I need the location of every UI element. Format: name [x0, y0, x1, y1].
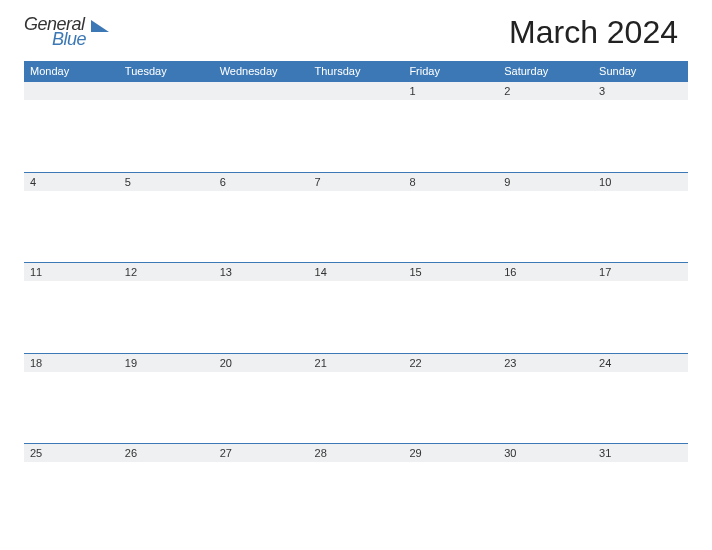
spacer-row — [24, 100, 688, 172]
day-cell: 29 — [403, 444, 498, 463]
day-header: Tuesday — [119, 61, 214, 82]
day-cell: 2 — [498, 82, 593, 101]
day-cell: 18 — [24, 353, 119, 372]
day-header: Thursday — [309, 61, 404, 82]
day-cell: 17 — [593, 263, 688, 282]
table-row: 11 12 13 14 15 16 17 — [24, 263, 688, 282]
day-cell: 9 — [498, 172, 593, 191]
day-header: Saturday — [498, 61, 593, 82]
day-cell: 15 — [403, 263, 498, 282]
day-header: Wednesday — [214, 61, 309, 82]
day-cell: 31 — [593, 444, 688, 463]
day-cell — [24, 82, 119, 101]
logo-triangle-icon — [91, 20, 109, 32]
day-cell: 5 — [119, 172, 214, 191]
day-cell: 30 — [498, 444, 593, 463]
logo-text-blue: Blue — [52, 29, 86, 50]
table-row: 4 5 6 7 8 9 10 — [24, 172, 688, 191]
day-cell: 10 — [593, 172, 688, 191]
day-cell: 11 — [24, 263, 119, 282]
table-row: 25 26 27 28 29 30 31 — [24, 444, 688, 463]
day-cell: 23 — [498, 353, 593, 372]
day-cell: 8 — [403, 172, 498, 191]
spacer-row — [24, 281, 688, 353]
header: General Blue March 2024 — [24, 14, 688, 51]
day-cell: 19 — [119, 353, 214, 372]
day-cell: 28 — [309, 444, 404, 463]
day-cell: 4 — [24, 172, 119, 191]
day-cell: 24 — [593, 353, 688, 372]
logo: General Blue — [24, 14, 109, 50]
day-header: Friday — [403, 61, 498, 82]
day-header: Monday — [24, 61, 119, 82]
day-cell: 25 — [24, 444, 119, 463]
day-header: Sunday — [593, 61, 688, 82]
calendar-table: Monday Tuesday Wednesday Thursday Friday… — [24, 61, 688, 534]
day-cell: 20 — [214, 353, 309, 372]
day-cell: 16 — [498, 263, 593, 282]
day-cell: 26 — [119, 444, 214, 463]
page-title: March 2024 — [509, 14, 688, 51]
day-cell — [309, 82, 404, 101]
day-cell: 21 — [309, 353, 404, 372]
day-header-row: Monday Tuesday Wednesday Thursday Friday… — [24, 61, 688, 82]
spacer-row — [24, 462, 688, 534]
day-cell: 14 — [309, 263, 404, 282]
day-cell — [214, 82, 309, 101]
day-cell: 6 — [214, 172, 309, 191]
day-cell: 13 — [214, 263, 309, 282]
spacer-row — [24, 191, 688, 263]
day-cell: 22 — [403, 353, 498, 372]
day-cell: 27 — [214, 444, 309, 463]
table-row: 1 2 3 — [24, 82, 688, 101]
day-cell: 1 — [403, 82, 498, 101]
spacer-row — [24, 372, 688, 444]
day-cell: 7 — [309, 172, 404, 191]
day-cell: 12 — [119, 263, 214, 282]
table-row: 18 19 20 21 22 23 24 — [24, 353, 688, 372]
day-cell — [119, 82, 214, 101]
day-cell: 3 — [593, 82, 688, 101]
